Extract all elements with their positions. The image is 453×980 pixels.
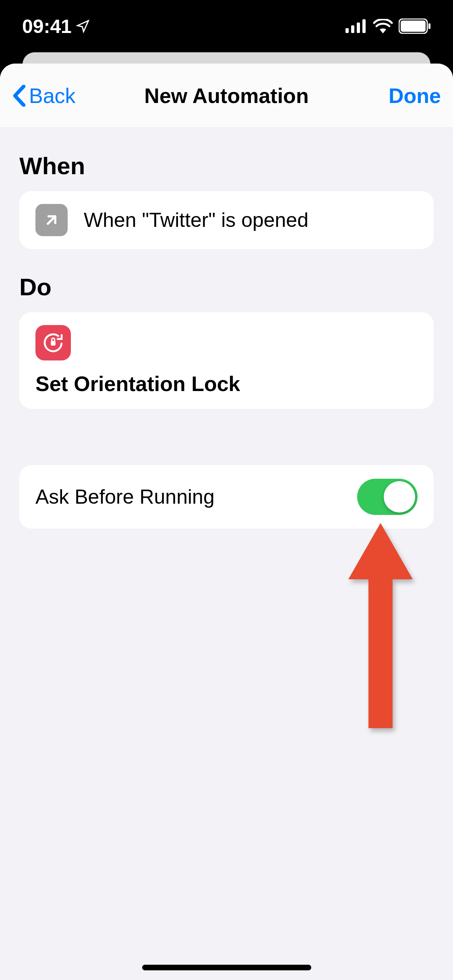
- back-label: Back: [29, 84, 76, 108]
- app-open-icon: [35, 204, 68, 236]
- modal-sheet: Back New Automation Done When When "Twit…: [0, 64, 453, 980]
- page-title: New Automation: [93, 84, 360, 108]
- svg-rect-5: [401, 21, 426, 32]
- svg-rect-7: [51, 341, 56, 346]
- status-time: 09:41: [22, 15, 72, 37]
- trigger-text: When "Twitter" is opened: [84, 208, 308, 232]
- do-section-header: Do: [19, 273, 434, 301]
- ask-before-running-row: Ask Before Running: [19, 465, 434, 529]
- ask-before-running-label: Ask Before Running: [35, 485, 215, 509]
- orientation-lock-icon: [35, 325, 71, 360]
- navigation-bar: Back New Automation Done: [0, 64, 453, 128]
- battery-icon: [399, 19, 431, 34]
- status-indicators: [345, 19, 431, 34]
- status-time-group: 09:41: [22, 15, 90, 37]
- back-button[interactable]: Back: [12, 84, 93, 108]
- ask-before-running-toggle[interactable]: [357, 479, 418, 515]
- svg-rect-2: [357, 23, 360, 33]
- annotation-arrow-icon: [348, 523, 413, 728]
- cellular-icon: [345, 19, 367, 33]
- content-area: When When "Twitter" is opened Do: [0, 152, 453, 529]
- svg-rect-3: [362, 19, 366, 33]
- wifi-icon: [373, 19, 393, 33]
- when-section-header: When: [19, 152, 434, 180]
- svg-marker-8: [348, 523, 413, 728]
- trigger-card[interactable]: When "Twitter" is opened: [19, 191, 434, 249]
- svg-rect-0: [345, 28, 349, 33]
- action-card[interactable]: Set Orientation Lock: [19, 312, 434, 409]
- chevron-left-icon: [12, 85, 27, 107]
- home-indicator[interactable]: [142, 965, 311, 970]
- location-icon: [76, 19, 90, 33]
- svg-rect-1: [351, 25, 354, 33]
- toggle-knob: [384, 481, 415, 513]
- status-bar: 09:41: [0, 0, 453, 52]
- done-button[interactable]: Done: [360, 84, 441, 108]
- action-title: Set Orientation Lock: [35, 372, 418, 396]
- svg-rect-6: [428, 23, 430, 29]
